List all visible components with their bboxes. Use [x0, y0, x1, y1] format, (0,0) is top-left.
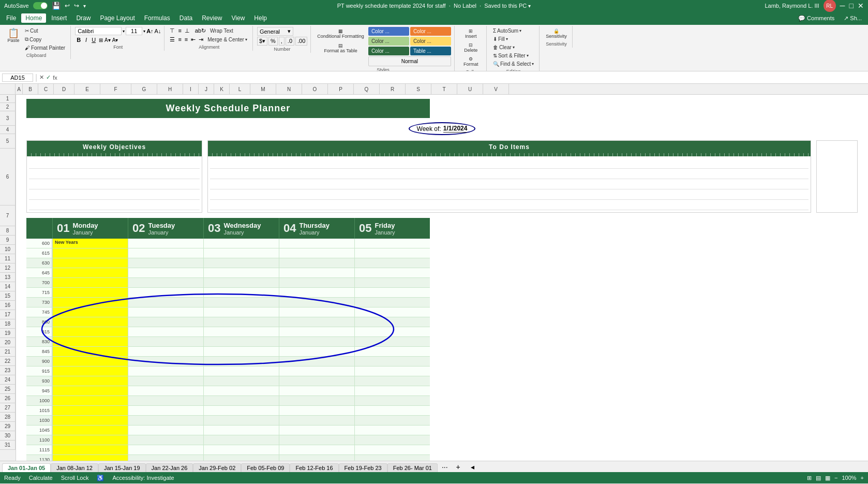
menu-insert[interactable]: Insert	[47, 13, 71, 23]
row-header-18[interactable]: 18	[0, 319, 16, 329]
cell-mon-700[interactable]	[52, 278, 128, 287]
row-header-6[interactable]: 6	[0, 149, 16, 206]
row-header-4[interactable]: 4	[0, 126, 16, 134]
cell-wed-745[interactable]	[203, 307, 279, 317]
cell-mon-900[interactable]	[52, 357, 128, 366]
col-header-U[interactable]: U	[457, 84, 483, 94]
cell-tue-700[interactable]	[128, 278, 203, 287]
user-avatar[interactable]: RL	[824, 0, 836, 12]
decrease-decimal-button[interactable]: .0	[286, 37, 294, 46]
cell-fri-915[interactable]	[354, 366, 430, 376]
cell-thu-630[interactable]	[279, 258, 354, 268]
underline-button[interactable]: U	[90, 36, 97, 43]
cell-thu-930[interactable]	[279, 376, 354, 386]
align-bottom-button[interactable]: ⊥	[184, 27, 191, 35]
fill-dropdown[interactable]: ▾	[506, 37, 508, 41]
copy-button[interactable]: ⧉ Copy	[23, 35, 67, 43]
number-format-dropdown[interactable]: General ▾	[257, 27, 293, 36]
cell-mon-830[interactable]	[52, 337, 128, 346]
add-sheet-button[interactable]: +	[452, 462, 465, 472]
conditional-formatting-button[interactable]: ▦ Conditional Formatting	[315, 27, 366, 40]
cell-tue-1045[interactable]	[128, 426, 203, 435]
cell-wed-1015[interactable]	[203, 406, 279, 415]
increase-font-size-button[interactable]: A↑	[146, 28, 153, 34]
cell-thu-900[interactable]	[279, 357, 354, 366]
autosave-toggle[interactable]	[33, 2, 48, 9]
todo-line-1[interactable]	[210, 158, 809, 169]
cell-fri-930[interactable]	[354, 376, 430, 386]
col-header-Q[interactable]: Q	[354, 84, 380, 94]
title-dropdown-icon[interactable]: ▾	[528, 3, 531, 9]
cell-wed-600[interactable]	[203, 239, 279, 248]
row-header-13[interactable]: 13	[0, 273, 16, 282]
cell-tue-615[interactable]	[128, 248, 203, 258]
cell-fri-715[interactable]	[354, 288, 430, 297]
cell-tue-1115[interactable]	[128, 445, 203, 454]
row-header-3[interactable]: 3	[0, 111, 16, 126]
bold-button[interactable]: B	[75, 36, 82, 43]
cell-thu-1045[interactable]	[279, 426, 354, 435]
menu-draw[interactable]: Draw	[72, 13, 95, 23]
menu-review[interactable]: Review	[198, 13, 226, 23]
obj-line-4[interactable]	[29, 189, 200, 200]
cell-wed-945[interactable]	[203, 386, 279, 395]
cell-tue-645[interactable]	[128, 268, 203, 277]
cell-wed-645[interactable]	[203, 268, 279, 277]
tab-jan29-feb02[interactable]: Jan 29-Feb 02	[193, 463, 241, 472]
cell-wed-915[interactable]	[203, 366, 279, 376]
cell-mon-615[interactable]	[52, 248, 128, 258]
align-middle-button[interactable]: ≡	[177, 27, 182, 35]
more-sheets-button[interactable]: ···	[438, 462, 452, 472]
sensitivity-button[interactable]: 🔒 Sensitivity	[544, 27, 569, 40]
cell-fri-815[interactable]	[354, 327, 430, 336]
tab-feb12-feb16[interactable]: Feb 12-Feb 16	[290, 463, 338, 472]
insert-function-button[interactable]: fx	[53, 75, 57, 81]
cell-mon-945[interactable]	[52, 386, 128, 395]
cell-wed-1100[interactable]	[203, 435, 279, 445]
row-header-19[interactable]: 19	[0, 329, 16, 338]
cell-thu-645[interactable]	[279, 268, 354, 277]
col-header-R[interactable]: R	[380, 84, 406, 94]
cell-mon-800[interactable]	[52, 317, 128, 327]
cell-thu-845[interactable]	[279, 347, 354, 356]
col-header-K[interactable]: K	[214, 84, 230, 94]
zoom-out-button[interactable]: −	[834, 475, 837, 481]
cell-thu-1100[interactable]	[279, 435, 354, 445]
cell-wed-1130[interactable]	[203, 455, 279, 461]
cell-tue-945[interactable]	[128, 386, 203, 395]
cell-wed-1000[interactable]	[203, 396, 279, 405]
day-friday[interactable]: 05 Friday January	[354, 218, 430, 239]
merge-dropdown[interactable]: ▾	[245, 37, 247, 42]
week-of-date[interactable]: 1/1/2024	[443, 125, 468, 133]
cell-wed-715[interactable]	[203, 288, 279, 297]
row-header-2[interactable]: 2	[0, 103, 16, 111]
cell-mon-1030[interactable]	[52, 416, 128, 425]
row-header-26[interactable]: 26	[0, 394, 16, 403]
comma-button[interactable]: ,	[279, 37, 285, 46]
style-color3-button[interactable]: Color ...	[368, 37, 409, 46]
menu-view[interactable]: View	[228, 13, 249, 23]
day-thursday[interactable]: 04 Thursday January	[279, 218, 354, 239]
menu-formulas[interactable]: Formulas	[140, 13, 174, 23]
delete-button[interactable]: ⊟ Delete	[461, 41, 481, 54]
increase-indent-button[interactable]: ⇥	[198, 36, 204, 43]
cell-fri-730[interactable]	[354, 298, 430, 307]
obj-line-1[interactable]	[29, 158, 200, 169]
cell-wed-1045[interactable]	[203, 426, 279, 435]
cell-fri-830[interactable]	[354, 337, 430, 346]
obj-line-5[interactable]	[29, 200, 200, 210]
cell-thu-1115[interactable]	[279, 445, 354, 454]
col-header-J[interactable]: J	[199, 84, 214, 94]
row-header-27[interactable]: 27	[0, 403, 16, 413]
row-header-9[interactable]: 9	[0, 236, 16, 245]
obj-line-3[interactable]	[29, 179, 200, 189]
format-as-table-button[interactable]: ▤ Format as Table	[315, 41, 366, 55]
tab-feb26-mar01[interactable]: Feb 26- Mar 01	[387, 463, 438, 472]
cell-tue-900[interactable]	[128, 357, 203, 366]
cell-wed-1115[interactable]	[203, 445, 279, 454]
row-header-24[interactable]: 24	[0, 375, 16, 385]
style-normal-button[interactable]: Normal	[368, 56, 451, 66]
row-header-22[interactable]: 22	[0, 357, 16, 366]
row-header-20[interactable]: 20	[0, 338, 16, 347]
cell-mon-1115[interactable]	[52, 445, 128, 454]
